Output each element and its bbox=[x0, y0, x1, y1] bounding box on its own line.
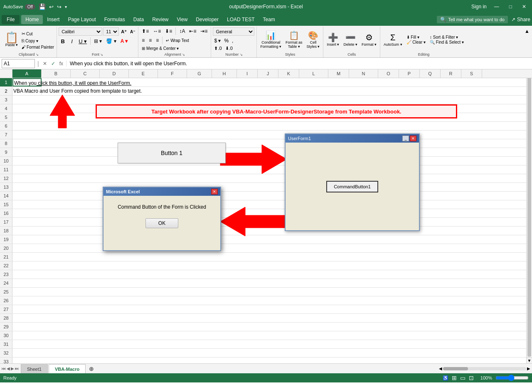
menu-data[interactable]: Data bbox=[129, 15, 148, 24]
border-btn[interactable]: ⊞ ▾ bbox=[92, 38, 103, 44]
view-normal-btn[interactable]: ⊞ bbox=[452, 375, 457, 381]
cell-a29[interactable] bbox=[12, 323, 532, 331]
paste-btn[interactable]: 📋 Paste ▾ bbox=[2, 31, 21, 48]
cell-styles-btn[interactable]: 🎨 CellStyles ▾ bbox=[305, 30, 321, 49]
row-num-1[interactable]: 1 bbox=[0, 78, 12, 86]
tab-next-btn[interactable]: ▶ bbox=[11, 366, 14, 371]
col-header-e[interactable]: E bbox=[129, 69, 158, 78]
sheet-tab-sheet1[interactable]: Sheet1 bbox=[21, 364, 48, 373]
save-icon[interactable]: 💾 bbox=[39, 3, 46, 10]
add-sheet-btn[interactable]: ⊕ bbox=[86, 364, 96, 373]
redo-btn[interactable]: ↪ bbox=[57, 4, 62, 10]
row-num-4[interactable]: 4 bbox=[0, 104, 12, 113]
cut-btn[interactable]: ✂ Cut bbox=[21, 31, 55, 37]
italic-btn[interactable]: I bbox=[68, 38, 76, 45]
delete-btn[interactable]: ➖ Delete ▾ bbox=[342, 32, 359, 47]
row-num-29[interactable]: 29 bbox=[0, 323, 12, 331]
cell-a3[interactable] bbox=[12, 96, 532, 104]
msgbox-close-btn[interactable]: ✕ bbox=[211, 189, 218, 195]
scroll-down-btn[interactable]: ▼ bbox=[527, 357, 532, 363]
align-left-btn[interactable]: ≡ bbox=[140, 37, 146, 44]
cell-a25[interactable] bbox=[12, 288, 532, 296]
cell-a19[interactable] bbox=[12, 235, 532, 244]
row-num-28[interactable]: 28 bbox=[0, 314, 12, 322]
view-layout-btn[interactable]: ▭ bbox=[460, 375, 466, 381]
menu-view[interactable]: View bbox=[173, 15, 192, 24]
cell-a23[interactable] bbox=[12, 270, 532, 279]
row-num-12[interactable]: 12 bbox=[0, 174, 12, 182]
minimize-btn[interactable]: — bbox=[492, 4, 502, 10]
hscroll-left-btn[interactable]: ◀ bbox=[439, 366, 442, 371]
cell-a20[interactable] bbox=[12, 244, 532, 252]
cell-a18[interactable] bbox=[12, 227, 532, 235]
userform-minimize-btn[interactable]: _ bbox=[402, 136, 409, 141]
quick-access-arrow[interactable]: ▾ bbox=[65, 5, 67, 9]
cell-a16[interactable] bbox=[12, 209, 532, 217]
view-preview-btn[interactable]: ⊡ bbox=[469, 375, 474, 381]
cell-a31[interactable] bbox=[12, 340, 532, 348]
cell-a22[interactable] bbox=[12, 261, 532, 270]
cell-a1[interactable]: When you click this button, it will open… bbox=[12, 78, 42, 86]
row-num-10[interactable]: 10 bbox=[0, 157, 12, 165]
tab-prev-btn[interactable]: ◀ bbox=[7, 366, 10, 371]
confirm-formula-btn[interactable]: ✓ bbox=[51, 61, 55, 67]
cell-a27[interactable] bbox=[12, 305, 532, 313]
scroll-thumb[interactable] bbox=[527, 76, 531, 357]
col-header-d[interactable]: D bbox=[100, 69, 129, 78]
hscroll-track[interactable] bbox=[443, 367, 526, 370]
tab-last-btn[interactable]: ⏭ bbox=[15, 366, 19, 371]
align-right-btn[interactable]: ≡ bbox=[154, 37, 160, 44]
col-header-g[interactable]: G bbox=[187, 69, 212, 78]
col-header-f[interactable]: F bbox=[158, 69, 187, 78]
col-header-q[interactable]: Q bbox=[420, 69, 441, 78]
tab-first-btn[interactable]: ⏮ bbox=[2, 366, 6, 371]
zoom-slider[interactable] bbox=[495, 375, 529, 381]
row-num-7[interactable]: 7 bbox=[0, 131, 12, 139]
copy-btn[interactable]: ⎘ Copy ▾ bbox=[21, 38, 55, 44]
cell-a9[interactable] bbox=[12, 148, 532, 156]
autosave-toggle[interactable]: Off bbox=[25, 4, 35, 10]
col-header-h[interactable]: H bbox=[212, 69, 237, 78]
row-num-24[interactable]: 24 bbox=[0, 279, 12, 287]
row-num-16[interactable]: 16 bbox=[0, 209, 12, 217]
number-format-select[interactable]: General bbox=[213, 27, 254, 36]
menu-file[interactable]: File bbox=[2, 15, 20, 24]
row-num-14[interactable]: 14 bbox=[0, 192, 12, 200]
indent-increase-btn[interactable]: ⇥≡ bbox=[199, 28, 209, 35]
underline-btn[interactable]: U ▾ bbox=[77, 38, 89, 45]
row-num-22[interactable]: 22 bbox=[0, 261, 12, 270]
percent-btn[interactable]: % bbox=[223, 37, 230, 44]
row-num-19[interactable]: 19 bbox=[0, 235, 12, 244]
cell-a2[interactable]: VBA Macro and User Form copied from temp… bbox=[12, 87, 42, 95]
find-select-btn[interactable]: 🔍 Find & Select ▾ bbox=[430, 40, 464, 44]
collapse-ribbon-btn[interactable]: ▲ bbox=[523, 27, 531, 57]
menu-load-test[interactable]: LOAD TEST bbox=[223, 15, 259, 24]
cell-a21[interactable] bbox=[12, 253, 532, 261]
search-bar[interactable]: 🔍 Tell me what you want to do bbox=[437, 16, 508, 23]
font-color-btn[interactable]: A ▾ bbox=[119, 38, 130, 44]
row-num-17[interactable]: 17 bbox=[0, 218, 12, 226]
font-size-select[interactable]: 11 bbox=[103, 27, 119, 36]
col-header-n[interactable]: N bbox=[349, 69, 378, 78]
clear-btn[interactable]: 🧹 Clear ▾ bbox=[406, 40, 426, 44]
dollar-btn[interactable]: $ ▾ bbox=[213, 37, 222, 44]
row-num-5[interactable]: 5 bbox=[0, 113, 12, 121]
format-btn[interactable]: ⚙ Format ▾ bbox=[360, 32, 378, 47]
command-button-1[interactable]: CommandButton1 bbox=[326, 181, 378, 192]
decrease-font-btn[interactable]: A⁻ bbox=[129, 29, 136, 35]
cell-a8[interactable] bbox=[12, 139, 532, 148]
align-middle-btn[interactable]: ↔≡ bbox=[151, 28, 163, 35]
msgbox-ok-btn[interactable]: OK bbox=[145, 218, 178, 228]
cell-a6[interactable] bbox=[12, 122, 532, 130]
fill-btn[interactable]: ⬇ Fill ▾ bbox=[406, 35, 426, 39]
row-num-13[interactable]: 13 bbox=[0, 183, 12, 191]
cell-reference-input[interactable] bbox=[2, 59, 35, 68]
cell-a28[interactable] bbox=[12, 314, 532, 322]
undo-btn[interactable]: ↩ bbox=[49, 4, 54, 10]
col-header-b[interactable]: B bbox=[42, 69, 71, 78]
align-bottom-btn[interactable]: ⬇≡ bbox=[163, 28, 174, 35]
row-num-31[interactable]: 31 bbox=[0, 340, 12, 348]
cell-a10[interactable] bbox=[12, 157, 532, 165]
col-header-r[interactable]: R bbox=[441, 69, 461, 78]
menu-developer[interactable]: Developer bbox=[192, 15, 223, 24]
